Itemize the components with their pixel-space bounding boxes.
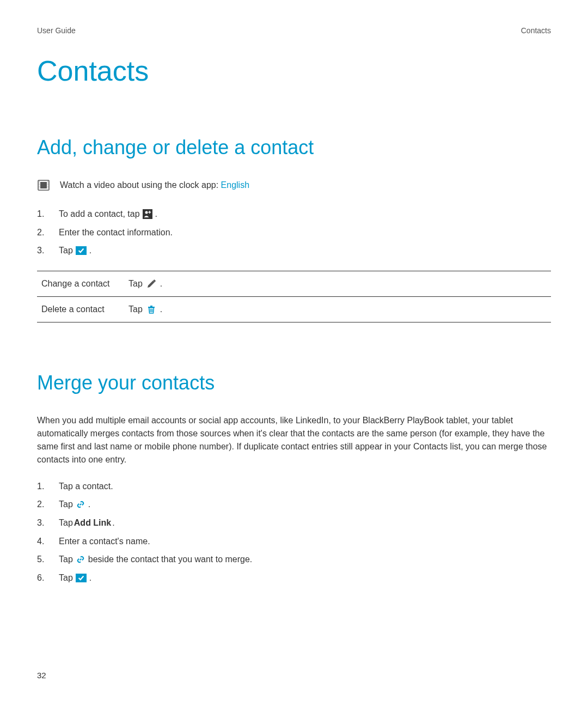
trash-icon — [146, 305, 156, 314]
table-row: Delete a contact Tap . — [37, 296, 551, 322]
link-icon — [76, 555, 85, 564]
edit-icon — [146, 279, 156, 289]
merge-paragraph: When you add multiple email accounts or … — [37, 414, 551, 466]
list-item: Enter the contact information. — [37, 226, 551, 240]
table-cell-action: Tap . — [124, 296, 551, 322]
svg-rect-15 — [148, 212, 151, 213]
film-icon — [37, 179, 50, 192]
step-text: Tap — [59, 571, 73, 585]
step-text-post: . — [112, 516, 114, 530]
step-text: Tap a contact. — [59, 479, 113, 494]
list-item: Tap a contact. — [37, 479, 551, 494]
step-text: Enter a contact's name. — [59, 534, 150, 549]
step-text-post: . — [89, 571, 91, 585]
step-text-post: . — [89, 244, 91, 258]
header-right: Contacts — [521, 26, 551, 35]
checkmark-icon — [76, 246, 87, 255]
svg-line-22 — [79, 504, 81, 506]
svg-rect-18 — [150, 306, 152, 307]
svg-rect-12 — [143, 209, 152, 219]
header-left: User Guide — [37, 26, 76, 35]
step-text: Tap — [59, 497, 73, 512]
list-item: To add a contact, tap . — [37, 207, 551, 221]
step-text: Tap — [59, 244, 73, 258]
list-item: Tap . — [37, 571, 551, 585]
svg-point-8 — [47, 182, 48, 183]
link-icon — [76, 500, 85, 509]
svg-point-2 — [39, 181, 39, 181]
svg-point-13 — [145, 211, 148, 214]
page-number: 32 — [37, 671, 46, 680]
action-table: Change a contact Tap . Delete a contact … — [37, 271, 551, 322]
table-cell-action: Tap . — [124, 271, 551, 296]
section1-steps: To add a contact, tap . Enter the contac… — [37, 207, 551, 258]
list-item: Tap Add Link . — [37, 516, 551, 530]
svg-point-5 — [39, 186, 39, 186]
list-item: Tap . — [37, 497, 551, 512]
table-row: Change a contact Tap . — [37, 271, 551, 296]
checkmark-icon — [76, 574, 87, 582]
video-text: Watch a video about using the clock app: — [60, 180, 221, 190]
svg-point-9 — [47, 184, 48, 185]
svg-line-23 — [79, 559, 81, 561]
svg-point-3 — [39, 182, 39, 183]
step-text-post: beside the contact that you want to merg… — [88, 552, 253, 567]
svg-point-4 — [39, 184, 39, 185]
video-text-wrapper: Watch a video about using the clock app:… — [60, 180, 249, 190]
section-heading-merge: Merge your contacts — [37, 372, 551, 394]
step-text: Tap — [59, 552, 73, 567]
list-item: Tap . — [37, 244, 551, 258]
action-text-post: . — [160, 305, 162, 314]
step-text: Tap — [59, 516, 73, 530]
section2-steps: Tap a contact. Tap . Tap Add Link . Ente… — [37, 479, 551, 585]
table-cell-label: Change a contact — [37, 271, 124, 296]
section-heading-add-change-delete: Add, change or delete a contact — [37, 136, 551, 159]
step-text-post: . — [155, 207, 157, 221]
page-title: Contacts — [37, 54, 551, 87]
page-header: User Guide Contacts — [37, 26, 551, 35]
action-text: Tap — [128, 279, 143, 289]
svg-rect-1 — [40, 182, 47, 188]
add-contact-icon — [143, 209, 152, 219]
video-row: Watch a video about using the clock app:… — [37, 179, 551, 192]
svg-point-10 — [47, 186, 48, 186]
svg-point-7 — [47, 181, 48, 181]
svg-point-11 — [47, 187, 48, 188]
step-text-bold: Add Link — [74, 516, 111, 530]
step-text: Enter the contact information. — [59, 226, 173, 240]
table-cell-label: Delete a contact — [37, 296, 124, 322]
list-item: Tap beside the contact that you want to … — [37, 552, 551, 567]
step-text-post: . — [88, 497, 90, 512]
svg-point-6 — [39, 187, 39, 188]
action-text: Tap — [128, 305, 143, 314]
video-link[interactable]: English — [221, 180, 249, 190]
step-text: To add a contact, tap — [59, 207, 140, 221]
list-item: Enter a contact's name. — [37, 534, 551, 549]
action-text-post: . — [160, 279, 162, 289]
